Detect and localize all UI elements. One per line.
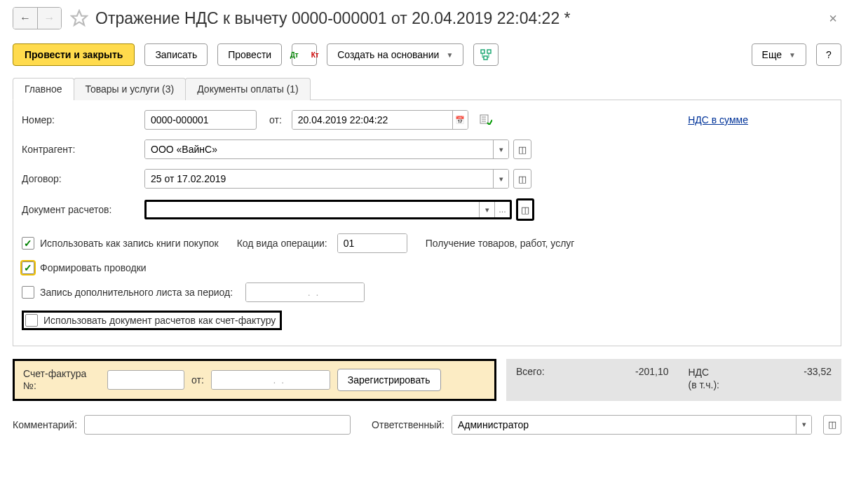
register-invoice-button[interactable]: Зарегистрировать bbox=[337, 369, 441, 391]
open-responsible-button[interactable]: ◫ bbox=[823, 415, 841, 435]
kt-icon: Кт bbox=[311, 52, 319, 58]
create-based-on-button[interactable]: Создать на основании ▼ bbox=[327, 43, 463, 66]
contract-label: Договор: bbox=[22, 173, 144, 184]
doc-calc-label: Документ расчетов: bbox=[22, 204, 144, 215]
svg-rect-3 bbox=[484, 56, 487, 60]
purchase-book-label: Использовать как запись книги покупок bbox=[40, 238, 219, 249]
use-doc-as-invoice-group: Использовать документ расчетов как счет-… bbox=[22, 311, 282, 330]
op-code-description: Получение товаров, работ, услуг bbox=[426, 238, 575, 249]
totals-panel: Всего: -201,10 НДС (в т.ч.): -33,52 bbox=[506, 359, 841, 401]
page-title: Отражение НДС к вычету 0000-000001 от 20… bbox=[95, 9, 825, 28]
counterparty-label: Контрагент: bbox=[22, 144, 144, 155]
vat-label: НДС (в т.ч.): bbox=[689, 366, 720, 391]
svg-marker-0 bbox=[72, 11, 87, 25]
comment-label: Комментарий: bbox=[13, 419, 77, 430]
doc-calc-input[interactable] bbox=[147, 202, 479, 217]
close-icon[interactable]: × bbox=[825, 11, 841, 27]
additional-sheet-date-input[interactable] bbox=[246, 283, 365, 301]
doc-status-icon[interactable] bbox=[480, 114, 492, 127]
additional-sheet-date-field[interactable]: 📅 bbox=[245, 282, 365, 302]
vat-value: -33,52 bbox=[775, 366, 832, 377]
nav-buttons: ← → bbox=[13, 7, 62, 29]
contract-field[interactable]: ▾ bbox=[144, 169, 509, 189]
total-label: Всего: bbox=[516, 366, 557, 377]
create-based-label: Создать на основании bbox=[337, 49, 439, 60]
contract-input[interactable] bbox=[145, 170, 493, 188]
op-code-input[interactable] bbox=[338, 234, 407, 252]
invoice-date-field[interactable]: 📅 bbox=[211, 370, 330, 390]
dt-icon: Дт bbox=[290, 52, 299, 58]
counterparty-field[interactable]: ▾ bbox=[144, 139, 509, 159]
dropdown-icon[interactable]: ▾ bbox=[493, 140, 508, 158]
help-button[interactable]: ? bbox=[816, 43, 841, 66]
favorite-star-icon[interactable] bbox=[70, 9, 88, 27]
responsible-field[interactable]: ▾ bbox=[452, 415, 812, 435]
total-value: -201,10 bbox=[613, 366, 669, 377]
back-button[interactable]: ← bbox=[13, 8, 37, 29]
structure-button[interactable] bbox=[473, 43, 499, 66]
tab-goods[interactable]: Товары и услуги (3) bbox=[74, 78, 187, 100]
from-label: от: bbox=[269, 114, 282, 125]
dropdown-icon[interactable]: ▾ bbox=[796, 416, 811, 434]
use-doc-as-invoice-label: Использовать документ расчетов как счет-… bbox=[43, 315, 276, 326]
op-code-field[interactable]: … bbox=[337, 233, 407, 253]
svg-rect-1 bbox=[481, 50, 484, 53]
use-doc-as-invoice-checkbox[interactable] bbox=[25, 314, 38, 327]
dropdown-icon[interactable]: ▾ bbox=[479, 202, 494, 217]
post-entries-label: Формировать проводки bbox=[40, 262, 147, 273]
number-label: Номер: bbox=[22, 114, 144, 125]
calendar-icon[interactable]: 📅 bbox=[452, 111, 468, 129]
number-input[interactable] bbox=[144, 110, 257, 130]
dt-kt-button[interactable]: ДтКт bbox=[292, 43, 317, 66]
invoice-from-label: от: bbox=[191, 374, 204, 386]
invoice-label: Счет-фактура №: bbox=[23, 368, 100, 392]
post-button[interactable]: Провести bbox=[217, 43, 282, 66]
date-input[interactable] bbox=[292, 111, 452, 129]
chevron-down-icon: ▼ bbox=[446, 51, 453, 59]
post-entries-checkbox[interactable] bbox=[22, 261, 34, 274]
purchase-book-checkbox[interactable] bbox=[22, 237, 34, 250]
responsible-label: Ответственный: bbox=[372, 419, 445, 430]
comment-input[interactable] bbox=[84, 415, 351, 435]
post-and-close-button[interactable]: Провести и закрыть bbox=[13, 43, 135, 66]
invoice-panel: Счет-фактура №: от: 📅 Зарегистрировать bbox=[13, 359, 496, 401]
date-field[interactable]: 📅 bbox=[292, 110, 468, 130]
save-button[interactable]: Записать bbox=[144, 43, 208, 66]
dropdown-icon[interactable]: ▾ bbox=[493, 170, 508, 188]
doc-calc-field[interactable]: ▾ … bbox=[144, 200, 512, 219]
additional-sheet-label: Запись дополнительного листа за период: bbox=[40, 287, 233, 298]
additional-sheet-checkbox[interactable] bbox=[22, 286, 34, 299]
op-code-label: Код вида операции: bbox=[237, 238, 327, 249]
more-button[interactable]: Еще ▼ bbox=[752, 43, 806, 66]
more-label: Еще bbox=[762, 49, 782, 60]
tab-main[interactable]: Главное bbox=[13, 78, 74, 100]
invoice-number-input[interactable] bbox=[107, 370, 184, 390]
counterparty-input[interactable] bbox=[145, 140, 493, 158]
open-doc-calc-button[interactable]: ◫ bbox=[516, 198, 534, 221]
structure-icon bbox=[480, 49, 492, 60]
open-contract-button[interactable]: ◫ bbox=[513, 169, 531, 189]
tab-payments[interactable]: Документы оплаты (1) bbox=[185, 78, 311, 100]
chevron-down-icon: ▼ bbox=[789, 51, 796, 59]
forward-button[interactable]: → bbox=[37, 8, 61, 29]
responsible-input[interactable] bbox=[452, 416, 796, 434]
vat-in-sum-link[interactable]: НДС в сумме bbox=[688, 114, 748, 125]
ellipsis-icon[interactable]: … bbox=[494, 202, 510, 217]
open-counterparty-button[interactable]: ◫ bbox=[513, 139, 531, 159]
invoice-date-input[interactable] bbox=[212, 371, 330, 389]
svg-rect-2 bbox=[487, 50, 491, 53]
